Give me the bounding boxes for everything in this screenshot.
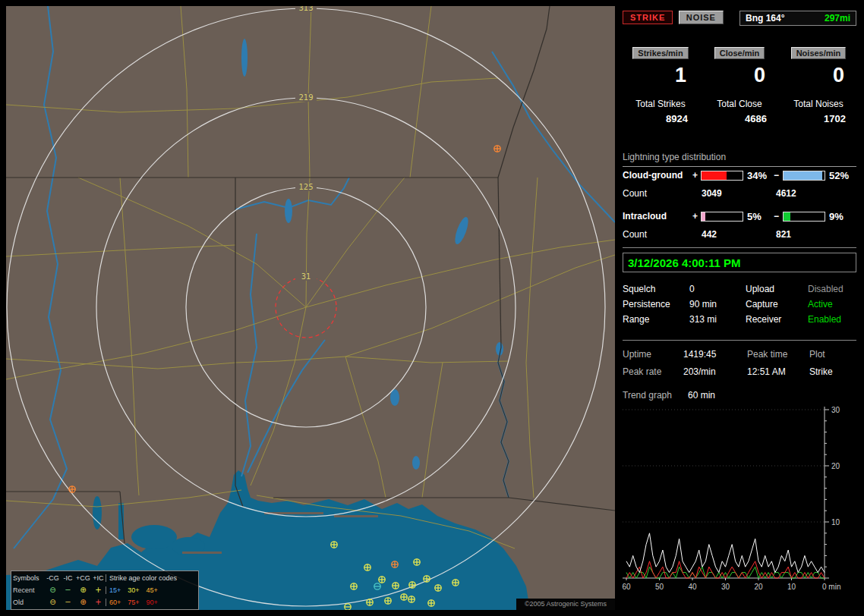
persistence-value: 90 min (689, 299, 746, 314)
receiver-status: Enabled (808, 314, 856, 329)
total-strikes-label: Total Strikes (621, 99, 700, 109)
panel-header: STRIKE NOISE Bng 164° 297mi (623, 11, 856, 26)
peak-rate-label: Peak rate (623, 366, 683, 384)
legend-col-pos-cg: +CG (75, 574, 91, 582)
map-display: 31321912531 Symbols -CG -IC +CG +IC Stri… (6, 6, 615, 610)
trend-graph-label: Trend graph (623, 390, 688, 401)
cloud-ground-plus-count: 3049 (702, 188, 776, 199)
total-noises-value: 1702 (779, 113, 858, 124)
strike-indicator-button[interactable]: STRIKE (623, 11, 673, 24)
age-30: 30+ (128, 586, 139, 594)
bearing-value: Bng 164° (746, 13, 784, 24)
svg-text:20: 20 (831, 462, 840, 470)
neg-ic-recent-icon: − (61, 586, 75, 594)
settings-grid: Squelch 0 Upload Disabled Persistence 90… (623, 284, 856, 329)
range-label: Range (623, 314, 689, 329)
svg-text:20: 20 (754, 583, 763, 591)
svg-text:125: 125 (298, 183, 313, 191)
datetime-display: 3/12/2026 4:00:11 PM (623, 253, 856, 272)
svg-text:313: 313 (298, 6, 313, 12)
legend-col-neg-ic: -IC (61, 574, 75, 582)
cloud-ground-minus-count: 4612 (776, 188, 858, 199)
svg-text:10: 10 (831, 518, 840, 526)
cloud-ground-counts: Count 3049 4612 (623, 188, 858, 199)
legend-age-title: Strike age color codes (106, 574, 197, 582)
age-15: 15+ (109, 586, 121, 594)
strikes-per-min-button[interactable]: Strikes/min (632, 47, 688, 59)
cloud-ground-label: Cloud-ground (623, 170, 692, 181)
svg-text:0 min: 0 min (822, 583, 840, 591)
age-60: 60+ (109, 599, 121, 606)
distribution-title: Lightning type distribution (623, 152, 856, 167)
range-value: 313 mi (689, 314, 746, 329)
recent-age-codes: 15+ 30+ 45+ (106, 586, 197, 594)
map-legend: Symbols -CG -IC +CG +IC Strike age color… (11, 570, 199, 610)
age-45: 45+ (147, 586, 158, 594)
svg-text:31: 31 (301, 272, 311, 281)
bearing-range-value: 297mi (825, 13, 850, 24)
intracloud-row: Intracloud + 5% − 9% (623, 211, 858, 222)
capture-status: Active (808, 299, 856, 314)
intracloud-plus-bar (701, 212, 743, 222)
intracloud-minus-count: 821 (776, 229, 858, 240)
count-label: Count (623, 229, 702, 240)
peak-time-value: 12:51 AM (747, 366, 809, 384)
bearing-display: Bng 164° 297mi (739, 11, 856, 26)
rate-values-row: 1 0 0 (621, 64, 858, 87)
neg-cg-old-icon: ⊖ (45, 599, 61, 606)
upload-label: Upload (746, 284, 808, 299)
close-per-min-button[interactable]: Close/min (714, 47, 765, 59)
total-noises-label: Total Noises (779, 99, 858, 109)
legend-col-pos-ic: +IC (91, 574, 106, 582)
peak-time-label: Peak time (747, 349, 809, 366)
close-per-min-value: 0 (700, 64, 779, 87)
pos-cg-recent-icon: ⊕ (75, 586, 91, 594)
squelch-label: Squelch (623, 284, 689, 299)
total-close-label: Total Close (700, 99, 779, 109)
cloud-ground-row: Cloud-ground + 34% − 52% (623, 170, 858, 181)
upload-status: Disabled (808, 284, 856, 299)
total-strikes-value: 8924 (621, 113, 700, 124)
copyright-notice: ©2005 Astrogenic Systems (516, 599, 615, 610)
minus-sign: − (774, 211, 783, 222)
legend-col-neg-cg: -CG (45, 574, 61, 582)
intracloud-label: Intracloud (623, 211, 692, 222)
status-panel: STRIKE NOISE Bng 164° 297mi Strikes/min … (621, 6, 858, 610)
count-label: Count (623, 188, 702, 199)
plot-value: Strike (809, 366, 856, 384)
noise-indicator-button[interactable]: NOISE (679, 11, 724, 24)
old-age-codes: 60+ 75+ 90+ (106, 599, 197, 606)
totals-row: Total Strikes 8924 Total Close 4686 Tota… (621, 99, 858, 124)
peak-rate-value: 203/min (683, 366, 747, 384)
age-90: 90+ (147, 599, 158, 606)
pos-ic-old-icon: + (91, 599, 106, 606)
plus-sign: + (692, 170, 701, 181)
cloud-ground-plus-bar (701, 171, 743, 181)
svg-text:219: 219 (298, 93, 313, 102)
noises-per-min-value: 0 (779, 64, 858, 87)
svg-text:40: 40 (688, 583, 697, 591)
total-close-value: 4686 (700, 113, 779, 124)
trend-graph-chart: 3020106050403020100 min (621, 404, 858, 601)
neg-ic-old-icon: − (61, 599, 75, 606)
svg-text:10: 10 (787, 583, 796, 591)
intracloud-plus-count: 442 (702, 229, 776, 240)
stats-grid: Uptime 1419:45 Peak time Plot Peak rate … (623, 349, 856, 384)
receiver-label: Receiver (746, 314, 808, 329)
cloud-ground-minus-bar (783, 171, 825, 181)
strikes-per-min-value: 1 (621, 64, 700, 87)
svg-text:30: 30 (831, 406, 840, 414)
intracloud-plus-pct: 5% (747, 211, 774, 222)
noises-per-min-button[interactable]: Noises/min (791, 47, 847, 59)
map-canvas[interactable]: 31321912531 (6, 6, 615, 610)
divider (623, 340, 856, 341)
svg-text:50: 50 (655, 583, 664, 591)
intracloud-counts: Count 442 821 (623, 229, 858, 240)
legend-recent-label: Recent (13, 586, 45, 594)
plus-sign: + (692, 211, 701, 222)
legend-old-label: Old (13, 599, 45, 606)
divider (623, 247, 856, 248)
minus-sign: − (774, 170, 783, 181)
trend-window-value: 60 min (688, 390, 715, 401)
age-75: 75+ (128, 599, 139, 606)
